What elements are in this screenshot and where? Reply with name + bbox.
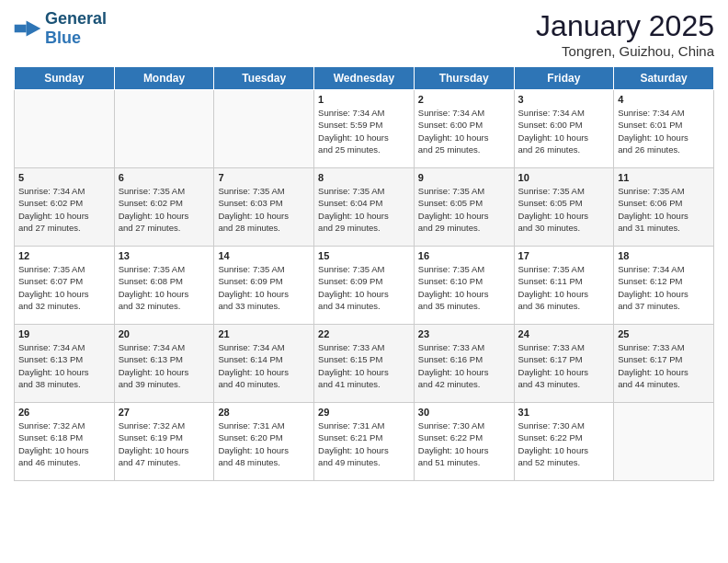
day-header-sunday: Sunday <box>15 67 115 90</box>
calendar-cell <box>114 90 214 168</box>
day-info: Sunrise: 7:35 AM Sunset: 6:05 PM Dayligh… <box>518 185 610 234</box>
day-number: 9 <box>418 172 510 183</box>
day-number: 31 <box>518 407 610 418</box>
days-of-week-row: SundayMondayTuesdayWednesdayThursdayFrid… <box>15 67 714 90</box>
day-header-thursday: Thursday <box>414 67 514 90</box>
calendar-cell: 11Sunrise: 7:35 AM Sunset: 6:06 PM Dayli… <box>614 168 714 247</box>
day-number: 28 <box>218 407 310 418</box>
day-number: 24 <box>518 328 610 339</box>
calendar-cell <box>614 403 714 481</box>
calendar-cell: 18Sunrise: 7:34 AM Sunset: 6:12 PM Dayli… <box>614 247 714 325</box>
calendar-cell: 21Sunrise: 7:34 AM Sunset: 6:14 PM Dayli… <box>214 325 314 403</box>
calendar-header: SundayMondayTuesdayWednesdayThursdayFrid… <box>15 67 714 90</box>
day-number: 18 <box>618 250 710 261</box>
day-number: 15 <box>318 250 410 261</box>
calendar-cell: 28Sunrise: 7:31 AM Sunset: 6:20 PM Dayli… <box>214 403 314 481</box>
day-number: 12 <box>18 250 110 261</box>
day-number: 4 <box>618 94 710 105</box>
calendar-cell: 26Sunrise: 7:32 AM Sunset: 6:18 PM Dayli… <box>15 403 115 481</box>
day-number: 23 <box>418 328 510 339</box>
day-number: 3 <box>518 94 610 105</box>
day-number: 1 <box>318 94 410 105</box>
calendar-cell: 23Sunrise: 7:33 AM Sunset: 6:16 PM Dayli… <box>414 325 514 403</box>
day-number: 14 <box>218 250 310 261</box>
calendar-cell: 9Sunrise: 7:35 AM Sunset: 6:05 PM Daylig… <box>414 168 514 247</box>
day-number: 13 <box>119 250 210 261</box>
day-number: 6 <box>119 172 210 183</box>
calendar-cell: 4Sunrise: 7:34 AM Sunset: 6:01 PM Daylig… <box>614 90 714 168</box>
day-number: 17 <box>518 250 610 261</box>
day-info: Sunrise: 7:35 AM Sunset: 6:11 PM Dayligh… <box>518 263 610 312</box>
calendar-cell: 30Sunrise: 7:30 AM Sunset: 6:22 PM Dayli… <box>414 403 514 481</box>
week-row-4: 19Sunrise: 7:34 AM Sunset: 6:13 PM Dayli… <box>15 325 714 403</box>
calendar-cell: 29Sunrise: 7:31 AM Sunset: 6:21 PM Dayli… <box>314 403 415 481</box>
day-number: 2 <box>418 94 510 105</box>
day-info: Sunrise: 7:33 AM Sunset: 6:16 PM Dayligh… <box>418 341 510 390</box>
logo-icon <box>14 19 41 38</box>
calendar-cell: 17Sunrise: 7:35 AM Sunset: 6:11 PM Dayli… <box>514 247 614 325</box>
day-info: Sunrise: 7:35 AM Sunset: 6:04 PM Dayligh… <box>318 185 410 234</box>
calendar-cell: 31Sunrise: 7:30 AM Sunset: 6:22 PM Dayli… <box>514 403 614 481</box>
day-info: Sunrise: 7:33 AM Sunset: 6:17 PM Dayligh… <box>518 341 610 390</box>
day-number: 20 <box>119 328 210 339</box>
day-number: 8 <box>318 172 410 183</box>
calendar-cell: 15Sunrise: 7:35 AM Sunset: 6:09 PM Dayli… <box>314 247 415 325</box>
day-info: Sunrise: 7:35 AM Sunset: 6:08 PM Dayligh… <box>119 263 210 312</box>
day-info: Sunrise: 7:35 AM Sunset: 6:05 PM Dayligh… <box>418 185 510 234</box>
calendar-cell: 12Sunrise: 7:35 AM Sunset: 6:07 PM Dayli… <box>15 247 115 325</box>
calendar-cell: 24Sunrise: 7:33 AM Sunset: 6:17 PM Dayli… <box>514 325 614 403</box>
svg-rect-0 <box>15 25 27 33</box>
day-info: Sunrise: 7:30 AM Sunset: 6:22 PM Dayligh… <box>418 419 510 468</box>
month-title: January 2025 <box>536 9 714 43</box>
day-number: 29 <box>318 407 410 418</box>
calendar-cell: 25Sunrise: 7:33 AM Sunset: 6:17 PM Dayli… <box>614 325 714 403</box>
day-header-monday: Monday <box>114 67 214 90</box>
day-info: Sunrise: 7:35 AM Sunset: 6:07 PM Dayligh… <box>18 263 110 312</box>
day-info: Sunrise: 7:34 AM Sunset: 6:00 PM Dayligh… <box>518 107 610 155</box>
day-info: Sunrise: 7:34 AM Sunset: 6:01 PM Dayligh… <box>618 107 710 155</box>
day-info: Sunrise: 7:32 AM Sunset: 6:19 PM Dayligh… <box>119 419 210 468</box>
day-info: Sunrise: 7:32 AM Sunset: 6:18 PM Dayligh… <box>18 419 110 468</box>
day-info: Sunrise: 7:31 AM Sunset: 6:21 PM Dayligh… <box>318 419 410 468</box>
day-header-wednesday: Wednesday <box>314 67 415 90</box>
location-title: Tongren, Guizhou, China <box>536 43 714 59</box>
week-row-2: 5Sunrise: 7:34 AM Sunset: 6:02 PM Daylig… <box>15 168 714 247</box>
week-row-1: 1Sunrise: 7:34 AM Sunset: 5:59 PM Daylig… <box>15 90 714 168</box>
day-info: Sunrise: 7:35 AM Sunset: 6:02 PM Dayligh… <box>119 185 210 234</box>
day-info: Sunrise: 7:34 AM Sunset: 6:13 PM Dayligh… <box>18 341 110 390</box>
day-number: 10 <box>518 172 610 183</box>
day-number: 16 <box>418 250 510 261</box>
calendar-cell: 1Sunrise: 7:34 AM Sunset: 5:59 PM Daylig… <box>314 90 415 168</box>
calendar-cell: 7Sunrise: 7:35 AM Sunset: 6:03 PM Daylig… <box>214 168 314 247</box>
calendar-body: 1Sunrise: 7:34 AM Sunset: 5:59 PM Daylig… <box>15 90 714 481</box>
calendar-cell: 27Sunrise: 7:32 AM Sunset: 6:19 PM Dayli… <box>114 403 214 481</box>
day-info: Sunrise: 7:35 AM Sunset: 6:10 PM Dayligh… <box>418 263 510 312</box>
calendar-cell: 2Sunrise: 7:34 AM Sunset: 6:00 PM Daylig… <box>414 90 514 168</box>
day-number: 11 <box>618 172 710 183</box>
day-info: Sunrise: 7:33 AM Sunset: 6:15 PM Dayligh… <box>318 341 410 390</box>
logo-general: General <box>45 9 107 28</box>
day-info: Sunrise: 7:33 AM Sunset: 6:17 PM Dayligh… <box>618 341 710 390</box>
calendar-cell: 6Sunrise: 7:35 AM Sunset: 6:02 PM Daylig… <box>114 168 214 247</box>
header: General Blue January 2025 Tongren, Guizh… <box>14 9 714 59</box>
day-number: 25 <box>618 328 710 339</box>
calendar-cell: 3Sunrise: 7:34 AM Sunset: 6:00 PM Daylig… <box>514 90 614 168</box>
calendar-cell: 8Sunrise: 7:35 AM Sunset: 6:04 PM Daylig… <box>314 168 415 247</box>
day-info: Sunrise: 7:34 AM Sunset: 6:12 PM Dayligh… <box>618 263 710 312</box>
logo: General Blue <box>14 9 107 48</box>
day-number: 21 <box>218 328 310 339</box>
calendar-cell: 14Sunrise: 7:35 AM Sunset: 6:09 PM Dayli… <box>214 247 314 325</box>
calendar-cell <box>214 90 314 168</box>
logo-text: General Blue <box>45 9 107 48</box>
day-number: 27 <box>119 407 210 418</box>
day-info: Sunrise: 7:35 AM Sunset: 6:03 PM Dayligh… <box>218 185 310 234</box>
calendar-cell: 19Sunrise: 7:34 AM Sunset: 6:13 PM Dayli… <box>15 325 115 403</box>
calendar-cell: 16Sunrise: 7:35 AM Sunset: 6:10 PM Dayli… <box>414 247 514 325</box>
day-number: 5 <box>18 172 110 183</box>
calendar-cell: 22Sunrise: 7:33 AM Sunset: 6:15 PM Dayli… <box>314 325 415 403</box>
calendar-table: SundayMondayTuesdayWednesdayThursdayFrid… <box>14 66 714 481</box>
day-info: Sunrise: 7:34 AM Sunset: 6:00 PM Dayligh… <box>418 107 510 155</box>
day-info: Sunrise: 7:34 AM Sunset: 5:59 PM Dayligh… <box>318 107 410 155</box>
day-number: 22 <box>318 328 410 339</box>
day-number: 30 <box>418 407 510 418</box>
